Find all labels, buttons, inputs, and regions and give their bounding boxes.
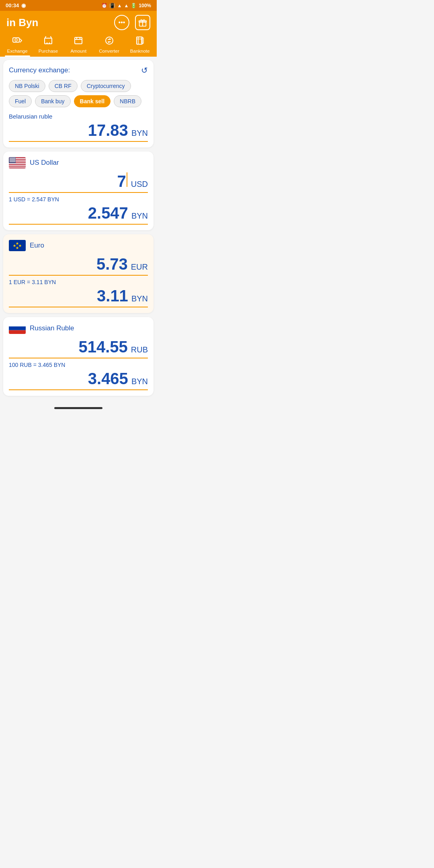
- svg-rect-5: [45, 38, 52, 44]
- eur-converted-amount: 3.11: [97, 287, 128, 305]
- svg-point-39: [14, 160, 15, 161]
- tab-amount[interactable]: Amount: [66, 33, 90, 54]
- refresh-button[interactable]: ↺: [141, 66, 148, 75]
- base-currency-code: BYN: [131, 129, 148, 138]
- svg-point-31: [11, 159, 12, 160]
- svg-rect-52: [9, 330, 26, 334]
- rub-converted-amount: 3.465: [88, 370, 128, 388]
- svg-rect-51: [9, 326, 26, 330]
- usd-converted-row: 2.547 BYN: [9, 204, 148, 225]
- alarm-icon: ⏰: [101, 3, 107, 8]
- svg-rect-23: [9, 167, 26, 168]
- text-cursor: [127, 172, 127, 187]
- eur-amount[interactable]: 5.73: [96, 255, 128, 273]
- wifi-icon: ▲: [117, 3, 122, 8]
- tab-exchange-label: Exchange: [7, 49, 28, 53]
- chip-cb-rf[interactable]: CB RF: [49, 80, 78, 92]
- svg-point-27: [12, 158, 13, 158]
- main-content: Currency exchange: ↺ NB Polski CB RF Cry…: [0, 57, 157, 403]
- base-currency-section: Belarusian ruble 17.83 BYN: [9, 113, 148, 142]
- banknote-icon: [135, 36, 145, 47]
- more-button[interactable]: •••: [114, 15, 129, 30]
- tab-converter[interactable]: Converter: [96, 33, 122, 54]
- rub-name: Russian Ruble: [30, 324, 74, 332]
- svg-point-25: [10, 158, 10, 158]
- status-left: 00:34 ◉: [6, 2, 26, 8]
- tab-purchase-label: Purchase: [39, 49, 58, 53]
- tab-banknote[interactable]: Banknote: [128, 33, 152, 54]
- rub-name-row: Russian Ruble: [9, 323, 148, 334]
- chip-nbrb[interactable]: NBRB: [114, 95, 141, 107]
- eur-card: Euro 5.73 EUR 1 EUR = 3.11 BYN 3.11 BYN: [3, 234, 154, 313]
- eur-converted-row: 3.11 BYN: [9, 287, 148, 307]
- usd-converted-code: BYN: [131, 211, 148, 221]
- usd-name-row: US Dollar: [9, 157, 148, 168]
- eur-name: Euro: [30, 242, 44, 250]
- more-icon: •••: [119, 19, 125, 26]
- svg-point-7: [49, 43, 50, 44]
- vibrate-icon: 📳: [109, 3, 115, 8]
- eur-amount-row: 5.73 EUR: [9, 255, 148, 276]
- svg-point-44: [14, 161, 15, 162]
- tab-exchange[interactable]: Exchange: [5, 33, 30, 54]
- signal-icon: ▲: [124, 3, 129, 8]
- usd-card: US Dollar 7 USD 1 USD = 2.547 BYN 2.547 …: [3, 151, 154, 230]
- status-icon: ◉: [21, 2, 26, 8]
- exchange-title: Currency exchange:: [9, 66, 70, 74]
- exchange-card: Currency exchange: ↺ NB Polski CB RF Cry…: [3, 60, 154, 147]
- chip-bank-buy[interactable]: Bank buy: [35, 95, 70, 107]
- chip-cryptocurrency[interactable]: Cryptocurrency: [81, 80, 131, 92]
- chip-bank-sell[interactable]: Bank sell: [74, 95, 111, 107]
- battery-icon: 🔋: [131, 3, 137, 8]
- usd-amount[interactable]: 7: [117, 172, 128, 190]
- svg-point-34: [14, 159, 15, 160]
- svg-point-36: [11, 160, 12, 161]
- time: 00:34: [6, 2, 19, 8]
- rub-amount-row: 514.55 RUB: [9, 338, 148, 358]
- usd-flag: [9, 157, 26, 168]
- eur-flag: [9, 240, 26, 251]
- exchange-header: Currency exchange: ↺: [9, 66, 148, 75]
- rub-card: Russian Ruble 514.55 RUB 100 RUB = 3.465…: [3, 317, 154, 396]
- gift-icon: [138, 18, 147, 27]
- svg-point-33: [13, 159, 14, 160]
- exchange-icon: [12, 36, 23, 47]
- eur-converted-code: BYN: [131, 294, 148, 303]
- battery-percent: 100%: [139, 3, 151, 8]
- tab-converter-label: Converter: [99, 49, 119, 53]
- usd-converted-amount: 2.547: [88, 204, 128, 222]
- eur-code: EUR: [131, 262, 148, 272]
- amount-icon: [74, 36, 83, 47]
- rub-rate: 100 RUB = 3.465 BYN: [9, 362, 148, 368]
- purchase-icon: [43, 36, 53, 47]
- status-right: ⏰ 📳 ▲ ▲ 🔋 100%: [101, 3, 151, 8]
- app-title: in Byn: [6, 16, 38, 29]
- svg-point-37: [12, 160, 13, 161]
- svg-point-30: [10, 159, 10, 160]
- home-bar: [54, 407, 102, 409]
- usd-rate: 1 USD = 2.547 BYN: [9, 196, 148, 203]
- base-currency-value-row: 17.83 BYN: [9, 121, 148, 142]
- svg-point-42: [12, 161, 13, 162]
- tab-purchase[interactable]: Purchase: [36, 33, 61, 54]
- usd-amount-row: 7 USD: [9, 172, 148, 193]
- chip-nb-polski[interactable]: NB Polski: [9, 80, 45, 92]
- base-currency-label: Belarusian ruble: [9, 113, 148, 120]
- status-bar: 00:34 ◉ ⏰ 📳 ▲ ▲ 🔋 100%: [0, 0, 157, 11]
- usd-name: US Dollar: [30, 159, 59, 167]
- svg-point-43: [13, 161, 14, 162]
- eur-name-row: Euro: [9, 240, 148, 251]
- svg-point-32: [12, 159, 13, 160]
- svg-rect-21: [9, 163, 26, 164]
- chip-fuel[interactable]: Fuel: [9, 95, 32, 107]
- rub-converted-row: 3.465 BYN: [9, 370, 148, 390]
- rub-converted-code: BYN: [131, 377, 148, 386]
- svg-rect-8: [75, 37, 82, 44]
- home-indicator: [0, 403, 157, 411]
- gift-button[interactable]: [135, 15, 150, 30]
- svg-point-40: [10, 161, 10, 162]
- rub-amount[interactable]: 514.55: [78, 338, 127, 356]
- svg-point-41: [11, 161, 12, 162]
- filter-chips: NB Polski CB RF Cryptocurrency Fuel Bank…: [9, 80, 148, 107]
- svg-rect-22: [9, 165, 26, 166]
